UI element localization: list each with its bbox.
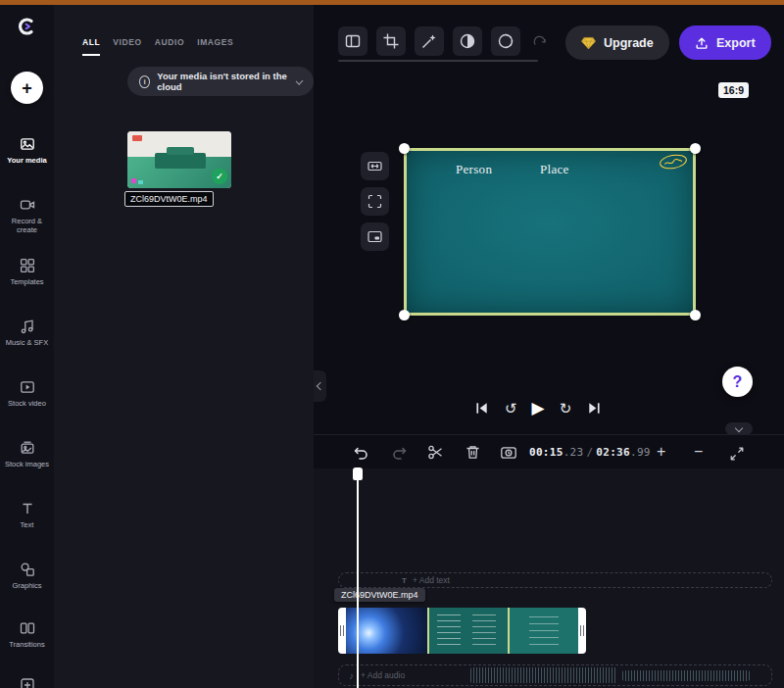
sidebar-item-stock-images[interactable]: Stock images	[0, 440, 54, 497]
resize-handle-bottom-right[interactable]	[690, 310, 701, 320]
seek-forward-button[interactable]: ↻	[560, 401, 572, 416]
sidebar-item-label: Stock video	[6, 399, 48, 408]
picture-in-picture-button[interactable]	[361, 222, 389, 251]
tab-images[interactable]: IMAGES	[197, 37, 233, 56]
sidebar-item-your-media[interactable]: Your media	[0, 136, 54, 193]
resize-handle-bottom-left[interactable]	[399, 310, 410, 320]
sidebar-item-templates[interactable]: Templates	[0, 258, 54, 315]
sidebar-item-music-sfx[interactable]: Music & SFX	[0, 319, 54, 375]
upgrade-label: Upgrade	[604, 36, 654, 50]
graphics-icon	[20, 562, 35, 577]
video-preview-canvas[interactable]: Person Place	[404, 148, 696, 316]
thumb-logo-dot	[132, 135, 142, 141]
export-icon	[695, 36, 709, 50]
sidebar-item-label: Text	[19, 520, 36, 529]
resize-tool-button[interactable]	[361, 152, 389, 180]
thumb-pixel-cyan	[138, 180, 143, 184]
add-text-track[interactable]: T + Add text	[338, 572, 772, 588]
skip-to-end-button[interactable]	[586, 400, 603, 417]
more-tools-ghost-icon[interactable]	[532, 33, 548, 49]
media-tabs: ALL VIDEO AUDIO IMAGES	[82, 37, 233, 56]
redo-button[interactable]	[390, 444, 408, 462]
fit-frame-button[interactable]	[361, 187, 389, 216]
video-watermark-badge	[658, 152, 689, 172]
music-icon	[20, 319, 35, 334]
layout-icon	[344, 32, 362, 50]
media-filename-label: ZCl69DVtW0E.mp4	[124, 191, 214, 207]
split-scissors-button[interactable]	[427, 444, 444, 461]
undo-button[interactable]	[353, 444, 370, 462]
export-label: Export	[716, 36, 756, 50]
layout-tool-button[interactable]	[338, 26, 368, 56]
resize-handle-top-right[interactable]	[690, 143, 701, 154]
trim-handle-left[interactable]	[338, 608, 346, 654]
thumb-structure	[155, 153, 206, 169]
aspect-ratio-badge[interactable]: 16:9	[718, 82, 749, 98]
sidebar-item-graphics[interactable]: Graphics	[0, 562, 54, 618]
effects-tool-button[interactable]	[415, 26, 444, 56]
add-media-button[interactable]: +	[11, 72, 43, 104]
playhead-handle[interactable]	[353, 467, 363, 480]
current-frames: .23	[564, 446, 584, 459]
total-time: 02:36	[596, 446, 630, 459]
video-track	[338, 608, 586, 654]
video-clip-3[interactable]	[508, 608, 578, 654]
sidebar-item-transitions[interactable]: Transitions	[0, 620, 54, 677]
add-audio-label: + Add audio	[361, 670, 405, 680]
sidebar-item-label: Transitions	[7, 640, 46, 649]
adjust-colors-button[interactable]	[453, 26, 482, 56]
resize-icon	[367, 158, 383, 174]
trim-handle-right[interactable]	[578, 608, 586, 654]
templates-icon	[20, 258, 35, 273]
snapping-toggle-button[interactable]	[500, 444, 517, 462]
sidebar-item-text[interactable]: Text	[0, 501, 54, 558]
export-button[interactable]: Export	[679, 25, 771, 60]
collapse-panel-button[interactable]	[314, 370, 326, 402]
cloud-storage-banner[interactable]: i Your media isn't stored in the cloud	[127, 67, 314, 96]
timecode-separator: /	[586, 446, 593, 459]
magic-wand-icon	[420, 32, 438, 50]
media-panel: ALL VIDEO AUDIO IMAGES i Your media isn'…	[54, 5, 314, 688]
media-thumbnail[interactable]: ✓	[127, 131, 231, 188]
tab-audio[interactable]: AUDIO	[155, 37, 184, 56]
video-clip-2[interactable]	[427, 608, 508, 654]
media-icon	[20, 136, 35, 152]
chevron-down-icon	[735, 423, 743, 431]
filters-tool-button[interactable]	[491, 26, 520, 56]
total-frames: .99	[630, 446, 651, 459]
tab-video[interactable]: VIDEO	[113, 37, 141, 56]
zoom-in-button[interactable]: +	[657, 443, 665, 461]
sidebar-item-more[interactable]	[0, 677, 54, 688]
timeline-ruler[interactable]: 0 0:42 1:24 2:06 2:48 3:30 4:12	[333, 472, 784, 490]
more-tools-icon	[20, 677, 35, 688]
sidebar-item-label: Record & create	[0, 217, 54, 235]
selected-check-badge: ✓	[212, 169, 227, 184]
crop-tool-button[interactable]	[376, 26, 406, 56]
thumb-pixel-magenta	[131, 178, 136, 183]
sidebar-item-label: Music & SFX	[4, 338, 50, 347]
resize-handle-top-left[interactable]	[399, 143, 410, 154]
fit-timeline-button[interactable]	[729, 446, 745, 462]
skip-to-start-button[interactable]	[473, 400, 490, 417]
sidebar-item-stock-video[interactable]: Stock video	[0, 379, 54, 436]
zoom-out-button[interactable]: −	[694, 443, 703, 461]
music-note-icon: ♪	[349, 670, 354, 681]
sidebar-item-record-create[interactable]: Record & create	[0, 197, 54, 254]
stock-video-icon	[20, 379, 35, 395]
clipchamp-logo[interactable]	[14, 14, 39, 39]
tab-all[interactable]: ALL	[82, 37, 100, 56]
upgrade-button[interactable]: Upgrade	[565, 25, 669, 60]
delete-button[interactable]	[465, 444, 481, 461]
playhead-line	[357, 478, 359, 688]
transport-controls: ↺ ▶ ↻	[473, 395, 603, 420]
crop-icon	[382, 32, 400, 50]
fit-frame-icon	[367, 193, 383, 210]
play-button[interactable]: ▶	[532, 400, 545, 417]
sidebar-item-label: Graphics	[10, 581, 43, 590]
seek-back-button[interactable]: ↺	[505, 401, 517, 416]
filters-icon	[497, 32, 514, 50]
picture-in-picture-icon	[367, 228, 383, 245]
help-button[interactable]: ?	[722, 367, 753, 397]
check-icon: ✓	[216, 172, 223, 181]
sidebar-item-label: Stock images	[3, 460, 51, 468]
